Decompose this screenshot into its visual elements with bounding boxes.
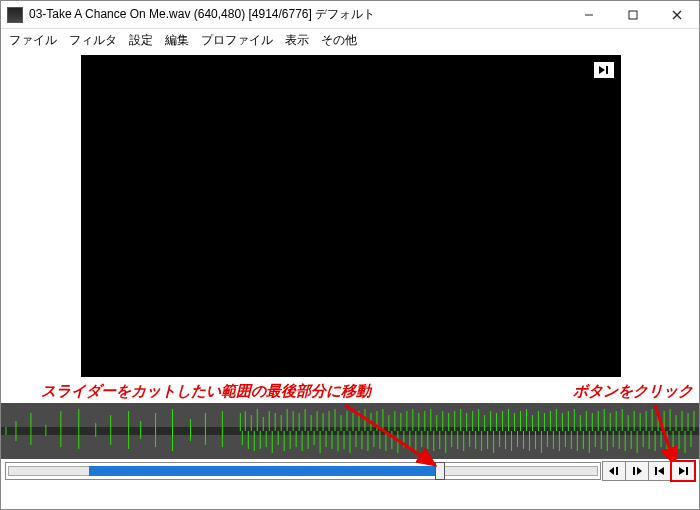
svg-rect-1 bbox=[629, 11, 637, 19]
annotation-button-text: ボタンをクリック bbox=[573, 382, 693, 401]
video-canvas bbox=[81, 55, 621, 377]
menu-edit[interactable]: 編集 bbox=[165, 32, 189, 49]
menu-settings[interactable]: 設定 bbox=[129, 32, 153, 49]
menu-file[interactable]: ファイル bbox=[9, 32, 57, 49]
goto-end-overlay-button[interactable] bbox=[593, 61, 615, 79]
svg-marker-11 bbox=[637, 467, 642, 475]
menubar: ファイル フィルタ 設定 編集 プロファイル 表示 その他 bbox=[1, 29, 699, 51]
skip-end-icon bbox=[677, 466, 689, 476]
svg-marker-4 bbox=[599, 66, 605, 74]
prev-keyframe-button[interactable] bbox=[648, 461, 672, 481]
maximize-button[interactable] bbox=[611, 1, 655, 28]
menu-profile[interactable]: プロファイル bbox=[201, 32, 273, 49]
close-button[interactable] bbox=[655, 1, 699, 28]
titlebar: 03-Take A Chance On Me.wav (640,480) [49… bbox=[1, 1, 699, 29]
svg-rect-5 bbox=[606, 66, 608, 74]
svg-marker-8 bbox=[609, 467, 614, 475]
svg-marker-13 bbox=[658, 467, 664, 475]
svg-rect-10 bbox=[633, 467, 635, 475]
app-window: 03-Take A Chance On Me.wav (640,480) [49… bbox=[0, 0, 700, 510]
menu-view[interactable]: 表示 bbox=[285, 32, 309, 49]
svg-marker-14 bbox=[679, 467, 685, 475]
step-forward-icon bbox=[631, 466, 643, 476]
next-keyframe-button[interactable] bbox=[671, 461, 695, 481]
minimize-button[interactable] bbox=[567, 1, 611, 28]
waveform-strip[interactable] bbox=[1, 403, 699, 459]
annotation-row: スライダーをカットしたい範囲の最後部分に移動 ボタンをクリック bbox=[1, 381, 699, 403]
step-back-button[interactable] bbox=[602, 461, 626, 481]
step-forward-button[interactable] bbox=[625, 461, 649, 481]
menu-filter[interactable]: フィルタ bbox=[69, 32, 117, 49]
waveform-svg bbox=[1, 403, 699, 459]
svg-rect-12 bbox=[655, 467, 657, 475]
window-title: 03-Take A Chance On Me.wav (640,480) [49… bbox=[29, 6, 567, 23]
playback-controls-row bbox=[1, 459, 699, 483]
skip-start-icon bbox=[654, 466, 666, 476]
skip-end-icon bbox=[598, 65, 610, 75]
selection-slider[interactable] bbox=[5, 462, 601, 480]
transport-buttons bbox=[603, 461, 695, 481]
svg-rect-9 bbox=[616, 467, 618, 475]
svg-rect-15 bbox=[686, 467, 688, 475]
app-icon bbox=[7, 7, 23, 23]
annotation-slider-text: スライダーをカットしたい範囲の最後部分に移動 bbox=[41, 382, 371, 401]
video-area bbox=[1, 51, 699, 381]
step-back-icon bbox=[608, 466, 620, 476]
window-controls bbox=[567, 1, 699, 28]
menu-other[interactable]: その他 bbox=[321, 32, 357, 49]
